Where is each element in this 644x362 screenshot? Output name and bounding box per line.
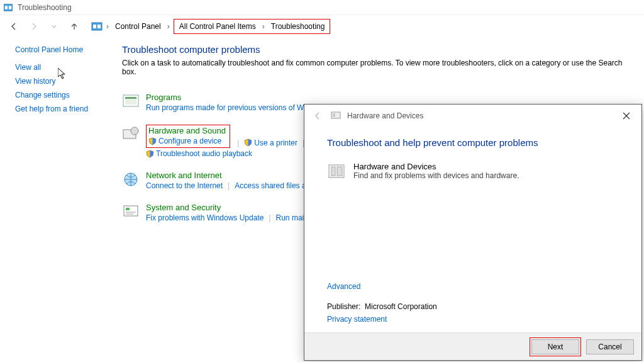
- chevron-right-icon: ›: [166, 22, 171, 31]
- advanced-link[interactable]: Advanced: [327, 282, 360, 291]
- dialog-title: Hardware and Devices: [347, 111, 423, 120]
- dialog-footer: Next Cancel: [304, 332, 641, 360]
- link-maintenance[interactable]: Run mai: [276, 213, 304, 222]
- category-title[interactable]: Hardware and Sound: [148, 126, 226, 135]
- category-title[interactable]: Programs: [146, 93, 328, 102]
- dialog-body: Troubleshoot and help prevent computer p…: [304, 127, 641, 332]
- svg-rect-19: [331, 167, 335, 176]
- dialog-item-subtitle: Find and fix problems with devices and h…: [353, 171, 519, 180]
- svg-rect-5: [97, 25, 101, 28]
- svg-rect-13: [126, 208, 130, 210]
- breadcrumb-item-0[interactable]: Control Panel: [113, 21, 164, 32]
- dialog-heading: Troubleshoot and help prevent computer p…: [327, 137, 619, 148]
- shield-icon: [244, 139, 252, 147]
- nav-recent-dropdown[interactable]: [47, 19, 62, 34]
- svg-rect-17: [333, 113, 335, 117]
- link-windows-update[interactable]: Fix problems with Windows Update: [146, 213, 264, 222]
- svg-rect-14: [126, 212, 136, 213]
- nav-up-button[interactable]: [67, 19, 82, 34]
- svg-point-10: [131, 127, 138, 135]
- device-icon: [327, 162, 346, 183]
- sidebar-item-view-all[interactable]: View all: [15, 63, 112, 72]
- separator: |: [223, 181, 235, 190]
- troubleshooter-dialog: Hardware and Devices Troubleshoot and he…: [304, 104, 642, 361]
- svg-rect-8: [125, 97, 136, 99]
- sidebar-item-change-settings[interactable]: Change settings: [15, 91, 112, 99]
- close-button[interactable]: [618, 107, 635, 125]
- link-use-printer[interactable]: Use a printer: [254, 139, 297, 147]
- separator: |: [264, 213, 275, 222]
- shield-icon: [148, 137, 157, 145]
- programs-icon: [122, 93, 140, 110]
- nav-toolbar: › Control Panel › All Control Panel Item…: [0, 15, 644, 38]
- svg-rect-2: [9, 6, 11, 9]
- publisher-value: Microsoft Corporation: [365, 302, 437, 311]
- dialog-item: Hardware and Devices Find and fix proble…: [327, 162, 619, 183]
- publisher-label: Publisher:: [327, 302, 360, 311]
- chevron-right-icon: ›: [105, 22, 110, 31]
- svg-rect-1: [5, 6, 8, 9]
- svg-rect-4: [93, 25, 96, 28]
- dialog-titlebar: Hardware and Devices: [304, 105, 641, 127]
- breadcrumb-item-1[interactable]: All Control Panel Items: [177, 21, 258, 32]
- chevron-right-icon: ›: [261, 22, 266, 31]
- dialog-item-title: Hardware and Devices: [353, 162, 519, 171]
- nav-back-button[interactable]: [6, 19, 21, 34]
- nav-forward-button: [26, 19, 42, 34]
- publisher-info: Publisher: Microsoft Corporation: [327, 302, 437, 311]
- sidebar-item-get-help[interactable]: Get help from a friend: [15, 105, 112, 113]
- separator: |: [232, 139, 244, 147]
- link-shared-files[interactable]: Access shared files a: [235, 181, 306, 190]
- system-icon: [122, 203, 140, 220]
- shield-icon: [146, 150, 154, 158]
- link-run-compat[interactable]: Run programs made for previous versions …: [146, 103, 328, 112]
- hardware-highlight: Hardware and Sound Configure a device: [146, 125, 230, 148]
- sidebar-home-link[interactable]: Control Panel Home: [15, 45, 112, 54]
- cancel-button[interactable]: Cancel: [586, 339, 634, 354]
- svg-rect-20: [337, 167, 342, 176]
- next-highlight: Next: [530, 337, 581, 356]
- link-audio-playback[interactable]: Troubleshoot audio playback: [156, 149, 252, 158]
- next-button[interactable]: Next: [531, 339, 579, 354]
- app-icon: [4, 3, 14, 12]
- breadcrumb-icon: [91, 21, 103, 32]
- breadcrumb-item-2[interactable]: Troubleshooting: [269, 21, 328, 32]
- link-configure-device[interactable]: Configure a device: [158, 137, 221, 145]
- sidebar-item-view-history[interactable]: View history: [15, 77, 112, 86]
- svg-rect-15: [126, 213, 133, 215]
- dialog-icon: [331, 110, 341, 122]
- sidebar: Control Panel Home View all View history…: [0, 38, 119, 362]
- privacy-link[interactable]: Privacy statement: [327, 315, 387, 324]
- network-icon: [122, 171, 140, 188]
- page-subtext: Click on a task to automatically trouble…: [122, 59, 636, 76]
- hardware-icon: [122, 125, 140, 142]
- title-bar: Troubleshooting: [0, 0, 644, 15]
- window-title: Troubleshooting: [18, 3, 72, 12]
- breadcrumb-highlight: All Control Panel Items › Troubleshootin…: [174, 19, 331, 34]
- breadcrumb[interactable]: › Control Panel › All Control Panel Item…: [87, 19, 335, 34]
- category-title[interactable]: System and Security: [146, 203, 304, 212]
- page-heading: Troubleshoot computer problems: [122, 44, 636, 55]
- category-title[interactable]: Network and Internet: [146, 171, 306, 180]
- link-connect-internet[interactable]: Connect to the Internet: [146, 181, 223, 190]
- dialog-back-button: [311, 109, 325, 123]
